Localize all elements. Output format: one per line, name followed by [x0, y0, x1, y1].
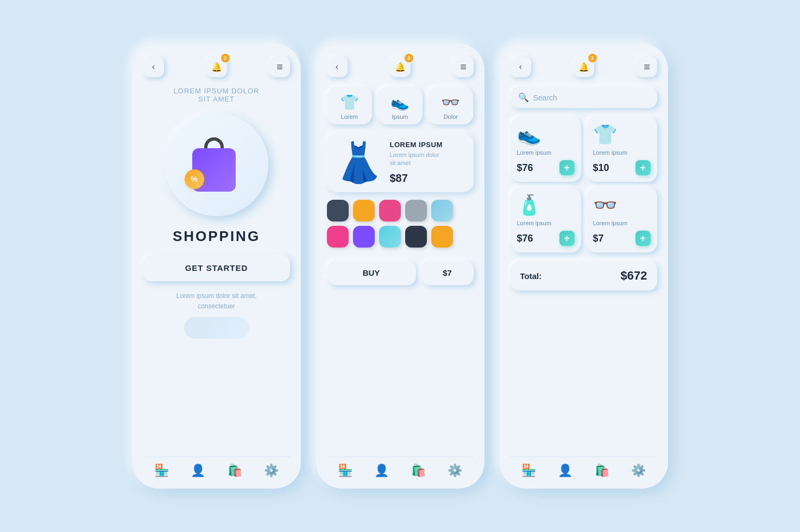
product-tile-2: 🧴 Lorem ipsum $76 +	[511, 187, 581, 252]
category-icon-2: 👓	[441, 93, 460, 111]
bottom-nav-2: 🏪 👤 🛍️ ⚙️	[327, 457, 474, 478]
total-label: Total:	[520, 271, 542, 281]
bell-icon-3: 🔔	[578, 62, 589, 72]
product-tile-3: 👓 Lorem ipsum $7 +	[587, 187, 657, 252]
back-button-3[interactable]: ‹	[511, 56, 531, 77]
screen1-subtitle: Lorem ipsum dolor sit amet, consectetuer	[143, 291, 290, 312]
phones-container: ‹ 🔔 3 ≡ LOREM IPSUM DOLOR SIT AMET % SHO…	[133, 43, 668, 489]
tile-price-row-2: $76 +	[517, 231, 575, 246]
get-started-button[interactable]: GET STARTED	[143, 255, 290, 281]
tile-icon-0: 👟	[517, 123, 575, 146]
product-tile-0: 👟 Lorem ipsum $76 +	[511, 117, 581, 182]
add-button-2[interactable]: +	[559, 231, 575, 246]
store-nav-icon-3[interactable]: 🏪	[521, 464, 536, 478]
category-icon-1: 👟	[390, 93, 410, 111]
tile-name-3: Lorem ipsum	[593, 220, 651, 226]
search-placeholder: Search	[533, 93, 557, 102]
category-card-2[interactable]: 👓 Dolor	[428, 87, 473, 124]
tile-name-2: Lorem ipsum	[517, 220, 575, 226]
bag-nav-icon-3[interactable]: 🛍️	[595, 464, 609, 478]
buy-button[interactable]: BUY	[327, 261, 416, 285]
nav-bar-1: ‹ 🔔 3 ≡	[143, 56, 290, 77]
buy-bar: BUY $7	[327, 261, 474, 285]
menu-button-3[interactable]: ≡	[637, 56, 657, 77]
color-swatch-2[interactable]	[379, 200, 401, 221]
back-icon-3: ‹	[519, 62, 522, 72]
color-swatch-4[interactable]	[431, 200, 453, 221]
phone-screen-1: ‹ 🔔 3 ≡ LOREM IPSUM DOLOR SIT AMET % SHO…	[133, 43, 301, 489]
badge-1: 3	[221, 54, 230, 62]
color-swatch-9[interactable]	[431, 226, 453, 248]
tile-price-row-0: $76 +	[517, 160, 575, 175]
hamburger-icon-3: ≡	[644, 61, 650, 73]
hamburger-icon-2: ≡	[460, 61, 466, 73]
product-price: $87	[390, 172, 466, 185]
category-card-0[interactable]: 👕 Lorem	[327, 87, 372, 124]
tile-icon-2: 🧴	[517, 194, 575, 217]
bell-button-3[interactable]: 🔔 3	[574, 56, 594, 77]
color-swatch-7[interactable]	[379, 226, 401, 248]
screen1-title: LOREM IPSUM DOLOR SIT AMET	[143, 87, 290, 103]
bell-button-2[interactable]: 🔔 3	[390, 56, 411, 77]
hero-circle: %	[165, 113, 268, 216]
add-button-0[interactable]: +	[559, 160, 575, 175]
tile-price-3: $7	[593, 233, 604, 244]
settings-nav-icon-2[interactable]: ⚙️	[448, 464, 462, 478]
profile-nav-icon-1[interactable]: 👤	[191, 464, 205, 478]
badge-3: 3	[588, 54, 597, 62]
tile-icon-1: 👕	[593, 123, 651, 146]
menu-button-2[interactable]: ≡	[453, 56, 474, 77]
phone-screen-2: ‹ 🔔 3 ≡ 👕 Lorem 👟 Ipsum 👓 Dolor	[316, 43, 484, 489]
color-swatch-5[interactable]	[327, 226, 349, 248]
product-title: LOREM IPSUM	[390, 141, 466, 149]
product-info: LOREM IPSUM Lorem ipsum dolor sit amet $…	[390, 141, 466, 185]
category-label-0: Lorem	[341, 113, 358, 120]
search-icon: 🔍	[518, 92, 529, 103]
color-swatch-8[interactable]	[405, 226, 427, 248]
tile-name-0: Lorem ipsum	[517, 149, 575, 156]
color-swatch-6[interactable]	[353, 226, 375, 248]
bag-nav-icon-2[interactable]: 🛍️	[411, 464, 426, 478]
category-card-1[interactable]: 👟 Ipsum	[377, 87, 423, 124]
add-button-3[interactable]: +	[635, 231, 651, 246]
product-image: 👗	[335, 143, 383, 182]
profile-nav-icon-3[interactable]: 👤	[558, 464, 572, 478]
tile-name-1: Lorem ipsum	[593, 149, 651, 156]
total-amount: $672	[621, 269, 647, 283]
category-row: 👕 Lorem 👟 Ipsum 👓 Dolor	[327, 87, 474, 124]
back-icon-1: ‹	[152, 62, 155, 72]
phone-screen-3: ‹ 🔔 3 ≡ 🔍 Search 👟 Lorem ipsum $76	[500, 43, 668, 489]
color-swatch-1[interactable]	[353, 200, 375, 221]
badge-2: 3	[405, 54, 413, 62]
screen1-heading: SHOPPING	[143, 228, 290, 245]
color-swatch-0[interactable]	[327, 200, 349, 221]
settings-nav-icon-1[interactable]: ⚙️	[264, 464, 279, 478]
bell-icon-2: 🔔	[395, 62, 406, 72]
colors-section	[327, 200, 474, 252]
menu-button-1[interactable]: ≡	[269, 56, 290, 77]
color-swatch-3[interactable]	[405, 200, 427, 221]
profile-nav-icon-2[interactable]: 👤	[374, 464, 389, 478]
store-nav-icon-2[interactable]: 🏪	[338, 464, 352, 478]
bell-button-1[interactable]: 🔔 3	[206, 56, 227, 77]
products-grid: 👟 Lorem ipsum $76 + 👕 Lorem ipsum $10 + …	[511, 117, 657, 252]
nav-bar-3: ‹ 🔔 3 ≡	[511, 56, 657, 77]
back-icon-2: ‹	[336, 62, 338, 72]
settings-nav-icon-3[interactable]: ⚙️	[631, 464, 646, 478]
tile-price-1: $10	[593, 162, 609, 174]
category-label-1: Ipsum	[392, 113, 408, 120]
bottom-nav-3: 🏪 👤 🛍️ ⚙️	[511, 457, 657, 478]
tile-price-row-3: $7 +	[593, 231, 651, 246]
shopping-bag: %	[192, 137, 241, 192]
buy-price[interactable]: $7	[421, 261, 474, 285]
colors-row-1	[327, 200, 474, 221]
back-button-2[interactable]: ‹	[327, 56, 348, 77]
cloud-decoration	[184, 317, 249, 339]
bag-nav-icon-1[interactable]: 🛍️	[228, 464, 242, 478]
search-bar[interactable]: 🔍 Search	[511, 87, 657, 108]
bell-icon-1: 🔔	[211, 62, 222, 72]
store-nav-icon-1[interactable]: 🏪	[154, 464, 169, 478]
add-button-1[interactable]: +	[635, 160, 651, 175]
back-button-1[interactable]: ‹	[143, 56, 164, 77]
nav-bar-2: ‹ 🔔 3 ≡	[327, 56, 474, 77]
